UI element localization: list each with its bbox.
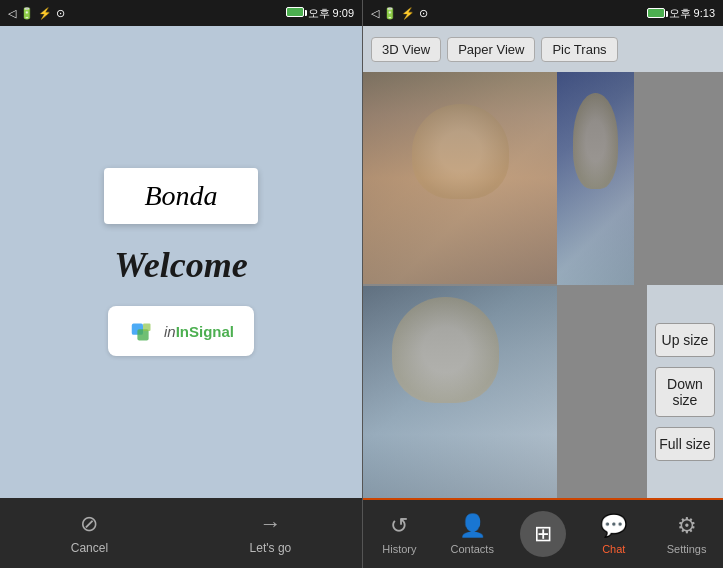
right-status-icons: ◁ 🔋 ⚡ ⊙ bbox=[371, 7, 428, 20]
chat-label: Chat bbox=[602, 543, 625, 555]
video-person3 bbox=[557, 72, 633, 285]
nav-contacts[interactable]: 👤 Contacts bbox=[447, 513, 497, 555]
lets-go-label: Let's go bbox=[250, 541, 292, 555]
right-time: 오후 9:13 bbox=[669, 6, 715, 21]
back-icon-r: ◁ bbox=[371, 7, 379, 20]
alarm-icon-r: ⊙ bbox=[419, 7, 428, 20]
left-bottom-bar: ⊘ Cancel → Let's go bbox=[0, 498, 362, 568]
right-battery-icon bbox=[647, 8, 665, 18]
right-bottom-nav: ↺ History 👤 Contacts ⊞ 💬 Chat ⚙ Settings bbox=[363, 498, 723, 568]
logo-text: inInSignal bbox=[164, 323, 234, 340]
bonda-box: Bonda bbox=[104, 168, 257, 224]
video-person1 bbox=[363, 72, 557, 284]
right-screen: ◁ 🔋 ⚡ ⊙ 오후 9:13 3D View Paper View Pic T… bbox=[362, 0, 723, 568]
bonda-label: Bonda bbox=[144, 180, 217, 211]
size-buttons-panel: Up size Down size Full size bbox=[647, 285, 723, 498]
insignal-icon bbox=[128, 316, 158, 346]
left-time: 오후 9:09 bbox=[308, 6, 354, 21]
contacts-icon: 👤 bbox=[459, 513, 486, 539]
grid-icon: ⊞ bbox=[534, 521, 552, 547]
video-person2 bbox=[363, 286, 557, 498]
left-screen: ◁ 🔋 ⚡ ⊙ 오후 9:09 Bonda Welcome inInSignal bbox=[0, 0, 362, 568]
video-left-column bbox=[363, 72, 557, 498]
left-main-content: Bonda Welcome inInSignal bbox=[0, 26, 362, 498]
right-status-bar: ◁ 🔋 ⚡ ⊙ 오후 9:13 bbox=[363, 0, 723, 26]
battery-indicator bbox=[286, 7, 304, 19]
nav-settings[interactable]: ⚙ Settings bbox=[662, 513, 712, 555]
signal-icon-r: 🔋 bbox=[383, 7, 397, 20]
nav-history[interactable]: ↺ History bbox=[374, 513, 424, 555]
right-top-buttons: 3D View Paper View Pic Trans bbox=[363, 26, 723, 72]
right-status-right: 오후 9:13 bbox=[647, 6, 715, 21]
welcome-label: Welcome bbox=[114, 244, 247, 286]
contacts-label: Contacts bbox=[450, 543, 493, 555]
video-area: Up size Down size Full size bbox=[363, 72, 723, 498]
home-button[interactable]: ⊞ bbox=[520, 511, 566, 557]
paper-view-button[interactable]: Paper View bbox=[447, 37, 535, 62]
arrow-right-icon: → bbox=[259, 511, 281, 537]
full-size-button[interactable]: Full size bbox=[655, 427, 715, 461]
wifi-icon-r: ⚡ bbox=[401, 7, 415, 20]
pic-trans-button[interactable]: Pic Trans bbox=[541, 37, 617, 62]
video-right-column: Up size Down size Full size bbox=[557, 72, 723, 498]
insignal-logo-box: inInSignal bbox=[108, 306, 254, 356]
down-size-button[interactable]: Down size bbox=[655, 367, 715, 417]
3d-view-button[interactable]: 3D View bbox=[371, 37, 441, 62]
cancel-icon: ⊘ bbox=[80, 511, 98, 537]
left-status-icons: ◁ 🔋 ⚡ ⊙ bbox=[8, 7, 65, 20]
signal-icon: 🔋 bbox=[20, 7, 34, 20]
chat-icon: 💬 bbox=[600, 513, 627, 539]
cancel-label: Cancel bbox=[71, 541, 108, 555]
back-icon: ◁ bbox=[8, 7, 16, 20]
left-status-bar: ◁ 🔋 ⚡ ⊙ 오후 9:09 bbox=[0, 0, 362, 26]
svg-rect-2 bbox=[143, 324, 151, 332]
wifi-icon: ⚡ bbox=[38, 7, 52, 20]
nav-chat[interactable]: 💬 Chat bbox=[589, 513, 639, 555]
settings-label: Settings bbox=[667, 543, 707, 555]
history-label: History bbox=[382, 543, 416, 555]
lets-go-button[interactable]: → Let's go bbox=[250, 511, 292, 555]
alarm-icon: ⊙ bbox=[56, 7, 65, 20]
history-icon: ↺ bbox=[390, 513, 408, 539]
cancel-button[interactable]: ⊘ Cancel bbox=[71, 511, 108, 555]
up-size-button[interactable]: Up size bbox=[655, 323, 715, 357]
left-status-right: 오후 9:09 bbox=[286, 6, 354, 21]
settings-icon: ⚙ bbox=[677, 513, 697, 539]
